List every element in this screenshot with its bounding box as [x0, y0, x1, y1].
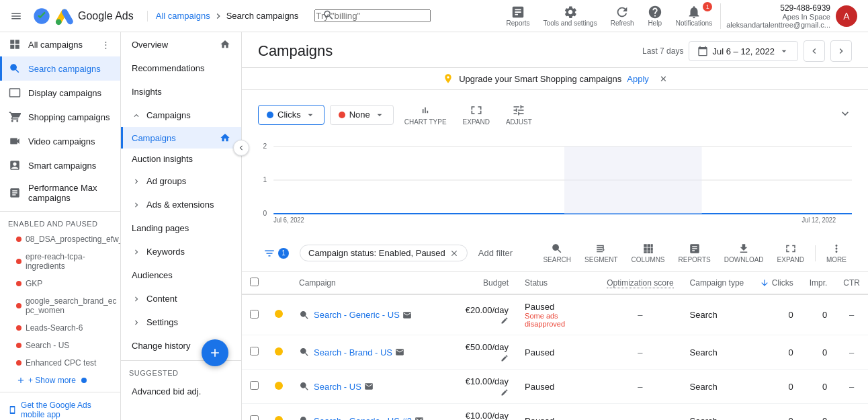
sec-sidebar-insights[interactable]: Insights — [121, 80, 241, 103]
campaign-col-label: Campaign — [299, 278, 336, 288]
status-dot — [275, 310, 283, 318]
row-checkbox[interactable] — [250, 415, 259, 420]
expand-chart-button[interactable]: EXPAND — [458, 101, 495, 128]
campaign-item-4[interactable]: google_search_brand_ec pc_women — [0, 292, 120, 319]
row-checkbox-cell[interactable] — [242, 335, 267, 370]
edit-icon[interactable] — [501, 388, 509, 396]
edit-icon[interactable] — [501, 317, 509, 325]
sec-sidebar-overview[interactable]: Overview — [121, 32, 241, 56]
edit-icon[interactable] — [501, 354, 509, 362]
chart-type-button[interactable]: CHART TYPE — [399, 101, 452, 128]
reports-toolbar-button[interactable]: REPORTS — [673, 240, 716, 266]
date-prev-button[interactable] — [804, 40, 825, 62]
more-button[interactable]: MORE — [821, 240, 852, 266]
date-range-button[interactable]: Jul 6 – 12, 2022 — [689, 41, 798, 61]
campaign-header[interactable]: Campaign — [291, 272, 449, 294]
mobile-app-link[interactable]: Get the Google Ads mobile app — [0, 395, 120, 420]
clicks-filter-button[interactable]: Clicks — [258, 105, 324, 125]
content-header[interactable]: Content — [121, 287, 241, 310]
campaign-label: GKP — [26, 279, 42, 288]
row-checkbox[interactable] — [250, 347, 259, 355]
filter-button[interactable]: 1 — [258, 245, 294, 262]
sidebar-item-smart-campaigns[interactable]: Smart campaigns — [0, 153, 120, 177]
table-header-row: Campaign Budget Status Optimization scor… — [242, 272, 868, 294]
settings-header[interactable]: Settings — [121, 310, 241, 334]
account-info[interactable]: 529-488-6939 Apes In Space aleksandartal… — [720, 3, 863, 29]
row-checkbox-cell[interactable] — [242, 294, 267, 335]
sidebar-item-video-campaigns[interactable]: Video campaigns — [0, 129, 120, 153]
campaign-type-icon — [299, 347, 310, 358]
ad-groups-header[interactable]: Ad groups — [121, 169, 241, 193]
collapse-sidebar-button[interactable] — [233, 140, 249, 156]
add-filter-button[interactable]: Add filter — [473, 245, 518, 261]
row-checkbox[interactable] — [250, 381, 259, 390]
sidebar-item-all-campaigns[interactable]: All campaigns ⋮ — [0, 32, 120, 56]
budget-header[interactable]: Budget — [449, 272, 517, 294]
expand-table-button[interactable]: EXPAND — [772, 240, 810, 266]
download-button[interactable]: DOWNLOAD — [719, 240, 769, 266]
sec-sidebar-auction-insights[interactable]: Auction insights — [121, 149, 241, 169]
keywords-header[interactable]: Keywords — [121, 240, 241, 263]
apply-button[interactable]: Apply — [627, 74, 649, 84]
campaign-name[interactable]: Search - US — [314, 382, 361, 392]
page-header: Campaigns Last 7 days Jul 6 – 12, 2022 — [242, 32, 868, 68]
show-more-dot — [81, 378, 87, 383]
campaign-item-7[interactable]: Enhanced CPC test — [0, 354, 120, 372]
reports-button[interactable]: Reports — [501, 2, 535, 30]
date-next-button[interactable] — [830, 40, 852, 62]
campaign-name[interactable]: Search - Generic - US #2 — [314, 416, 412, 421]
clicks-header[interactable]: Clicks — [752, 272, 801, 294]
sidebar-item-shopping-campaigns[interactable]: Shopping campaigns — [0, 105, 120, 129]
campaign-name[interactable]: Search - Generic - US — [314, 310, 400, 320]
help-button[interactable]: Help — [642, 2, 668, 30]
sidebar-item-performance-max[interactable]: Performance Max campaigns — [0, 177, 120, 208]
filter-chip[interactable]: Campaign status: Enabled, Paused — [300, 245, 468, 261]
sec-sidebar-landing-pages[interactable]: Landing pages — [121, 216, 241, 240]
hamburger-button[interactable] — [5, 5, 27, 27]
notifications-button[interactable]: 1 Notifications — [670, 2, 718, 30]
none-filter-button[interactable]: None — [330, 105, 394, 125]
table-row: Search - Generic - US €20.00/day Paused … — [242, 294, 868, 335]
sec-sidebar-advanced-bid[interactable]: Advanced bid adj. — [121, 380, 241, 403]
breadcrumb-parent[interactable]: All campaigns — [156, 11, 210, 21]
refresh-button[interactable]: Refresh — [605, 2, 640, 30]
sec-sidebar-recommendations[interactable]: Recommendations — [121, 56, 241, 80]
campaigns-group-header[interactable]: Campaigns — [121, 103, 241, 127]
campaigns-group-label: Campaigns — [146, 110, 191, 120]
row-status-cell — [267, 335, 291, 370]
status-cell: Paused — [517, 335, 599, 370]
columns-button[interactable]: COLUMNS — [626, 240, 670, 266]
show-more-button[interactable]: + Show more — [0, 372, 120, 389]
campaign-name[interactable]: Search - Brand - US — [314, 347, 392, 358]
kebab-icon[interactable]: ⋮ — [99, 38, 112, 51]
campaign-item-6[interactable]: Search - US — [0, 337, 120, 354]
row-checkbox-cell[interactable] — [242, 404, 267, 421]
sec-sidebar-campaigns[interactable]: Campaigns — [121, 127, 241, 149]
sidebar-item-display-campaigns[interactable]: Display campaigns — [0, 81, 120, 105]
avatar[interactable]: A — [836, 5, 857, 27]
optimization-score-header[interactable]: Optimization score — [599, 272, 681, 294]
campaign-item-1[interactable]: 08_DSA_prospecting_efw_tcpa — [0, 230, 120, 248]
search-campaigns-label: Search campaigns — [28, 64, 101, 74]
campaign-item-2[interactable]: epre-reach-tcpa-ingredients — [0, 248, 120, 275]
status-col-header[interactable]: Status — [517, 272, 599, 294]
row-checkbox-cell[interactable] — [242, 370, 267, 404]
search-toolbar-button[interactable]: SEARCH — [537, 240, 576, 266]
ads-extensions-header[interactable]: Ads & extensions — [121, 193, 241, 216]
select-all-header[interactable] — [242, 272, 267, 294]
campaign-type-header[interactable]: Campaign type — [682, 272, 752, 294]
tools-settings-button[interactable]: Tools and settings — [538, 2, 603, 30]
fab-add-button[interactable] — [202, 339, 228, 366]
select-all-checkbox[interactable] — [250, 278, 259, 286]
sidebar-item-search-campaigns[interactable]: Search campaigns — [0, 56, 120, 81]
row-checkbox[interactable] — [250, 310, 259, 319]
campaign-item-5[interactable]: Leads-Search-6 — [0, 319, 120, 337]
impr-header[interactable]: Impr. — [801, 272, 836, 294]
segment-button[interactable]: SEGMENT — [579, 240, 623, 266]
close-banner-button[interactable]: ✕ — [660, 74, 667, 84]
collapse-chart-button[interactable] — [838, 107, 852, 122]
adjust-chart-button[interactable]: ADJUST — [501, 101, 537, 128]
ctr-header[interactable]: CTR — [835, 272, 868, 294]
campaign-item-3[interactable]: GKP — [0, 275, 120, 292]
sec-sidebar-audiences[interactable]: Audiences — [121, 263, 241, 287]
